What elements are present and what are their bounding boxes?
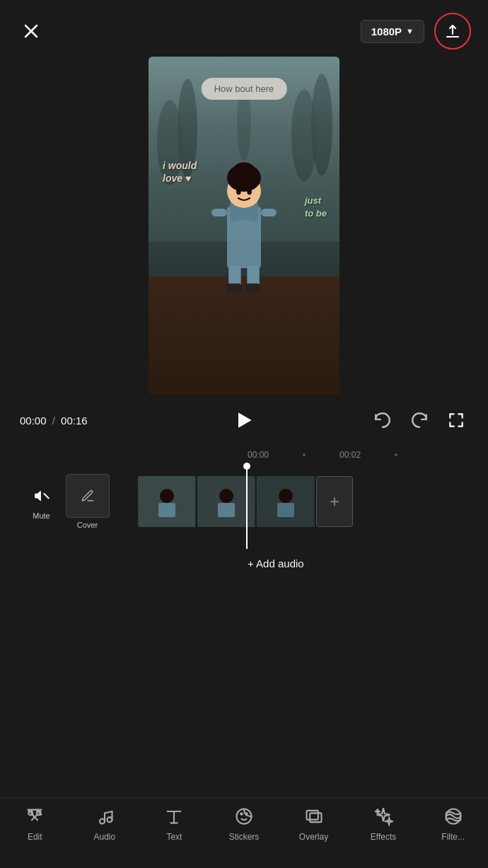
clip-3-character <box>257 476 314 527</box>
svg-point-44 <box>107 817 112 822</box>
edit-icon <box>23 805 46 828</box>
svg-rect-24 <box>245 283 260 292</box>
playback-controls <box>169 406 318 434</box>
text-label: Text <box>166 832 182 842</box>
effects-label: Effects <box>371 832 396 842</box>
nav-item-edit[interactable]: Edit <box>6 805 63 842</box>
ruler-dot-1 <box>395 453 397 456</box>
svg-rect-19 <box>211 209 227 216</box>
cover-tool[interactable]: Cover <box>66 474 110 529</box>
clip-3-preview <box>257 476 315 527</box>
svg-rect-33 <box>218 503 235 517</box>
svg-point-50 <box>245 813 247 814</box>
playback-section: 00:00 / 00:16 <box>0 395 488 446</box>
clip-1-character <box>139 476 195 527</box>
track-side-tools: Mute Cover <box>0 474 138 529</box>
svg-point-29 <box>160 489 174 503</box>
svg-point-16 <box>227 163 261 191</box>
svg-point-49 <box>240 813 242 814</box>
time-display: 00:00 / 00:16 <box>20 415 169 427</box>
video-text-bubble: How bout here <box>202 78 287 100</box>
svg-rect-30 <box>158 503 175 517</box>
video-text-overlay-2: just to be <box>305 195 327 220</box>
video-preview: How bout here i would love ♥ just to be <box>149 57 339 395</box>
nav-item-filter[interactable]: Filte... <box>425 805 482 842</box>
overlay-label: Overlay <box>299 832 328 842</box>
fullscreen-button[interactable] <box>444 408 468 432</box>
svg-point-17 <box>236 188 241 195</box>
resolution-arrow: ▼ <box>406 27 414 35</box>
clip-1-preview <box>138 476 196 527</box>
nav-item-stickers[interactable]: Stickers <box>216 805 272 842</box>
play-button[interactable] <box>230 406 258 434</box>
audio-icon <box>93 805 116 828</box>
text-icon <box>163 805 185 828</box>
svg-rect-52 <box>310 813 321 822</box>
clip-3[interactable] <box>257 476 315 527</box>
playhead-indicator <box>243 463 250 470</box>
svg-line-27 <box>44 494 49 499</box>
svg-rect-20 <box>261 209 277 216</box>
edit-label: Edit <box>28 832 42 842</box>
nav-item-text[interactable]: Text <box>146 805 202 842</box>
add-audio-label: + Add audio <box>248 557 304 569</box>
video-background: How bout here i would love ♥ just to be <box>149 57 339 395</box>
time-separator: / <box>52 415 55 427</box>
nav-item-audio[interactable]: Audio <box>76 805 133 842</box>
undo-button[interactable] <box>371 408 395 432</box>
redo-button[interactable] <box>407 408 431 432</box>
cover-thumbnail <box>66 474 110 518</box>
stickers-icon <box>233 805 255 828</box>
audio-label: Audio <box>93 832 115 842</box>
svg-rect-23 <box>226 283 242 292</box>
ruler-mark-0: 00:00 <box>248 450 269 460</box>
character <box>205 141 283 311</box>
header-right: 1080P ▼ <box>361 13 471 50</box>
ruler-dot-0 <box>303 453 306 456</box>
svg-marker-26 <box>35 490 41 501</box>
resolution-button[interactable]: 1080P ▼ <box>361 20 424 43</box>
track-clips: + <box>138 476 488 527</box>
svg-point-32 <box>219 489 233 503</box>
timeline-tracks: Mute Cover <box>0 464 488 549</box>
main-track-row: Mute Cover <box>0 470 488 533</box>
extra-controls <box>319 408 468 432</box>
svg-rect-36 <box>277 503 294 517</box>
svg-point-35 <box>279 489 293 503</box>
total-time: 00:16 <box>61 415 88 427</box>
add-audio-row[interactable]: + Add audio <box>0 549 488 578</box>
ruler-mark-1: 00:02 <box>339 450 361 460</box>
video-container: How bout here i would love ♥ just to be <box>0 57 488 395</box>
current-time: 00:00 <box>20 415 47 427</box>
svg-point-8 <box>311 74 332 175</box>
timeline-ruler: 00:00 00:02 <box>0 446 488 464</box>
bottom-navigation: Edit Audio Text <box>0 797 488 868</box>
video-text-overlay-1: i would love ♥ <box>163 159 197 185</box>
nav-item-effects[interactable]: Effects <box>355 805 412 842</box>
svg-point-18 <box>247 188 252 195</box>
overlay-icon <box>303 805 325 828</box>
close-button[interactable] <box>17 17 45 45</box>
playhead <box>246 464 248 549</box>
svg-rect-51 <box>306 811 318 820</box>
svg-point-43 <box>100 819 105 824</box>
cover-label: Cover <box>77 521 98 529</box>
mute-icon <box>29 483 54 509</box>
filter-icon <box>442 805 465 828</box>
clip-1[interactable] <box>138 476 196 527</box>
mute-label: Mute <box>33 511 50 520</box>
mute-tool[interactable]: Mute <box>29 483 54 520</box>
stickers-label: Stickers <box>229 832 260 842</box>
add-clip-button[interactable]: + <box>316 476 353 527</box>
svg-marker-25 <box>238 412 252 427</box>
nav-item-overlay[interactable]: Overlay <box>286 805 342 842</box>
header: 1080P ▼ <box>0 0 488 57</box>
timeline-area: Mute Cover <box>0 464 488 578</box>
upload-button[interactable] <box>434 13 471 50</box>
effects-icon <box>372 805 395 828</box>
filter-label: Filte... <box>441 832 465 842</box>
resolution-label: 1080P <box>371 25 402 37</box>
